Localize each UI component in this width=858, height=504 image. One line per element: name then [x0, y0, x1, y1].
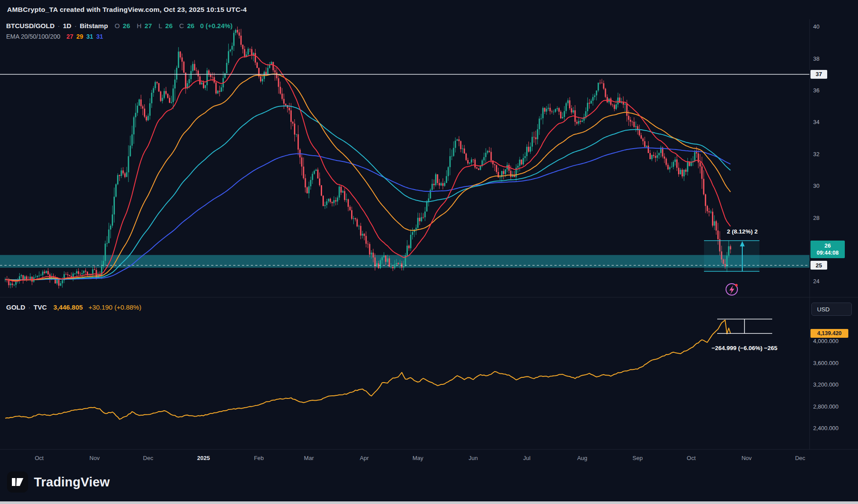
price-tick[interactable]: 4,000.000 [813, 338, 839, 344]
open-label: O [114, 21, 120, 31]
high-value: 27 [145, 21, 152, 31]
time-tick[interactable]: Oct [687, 455, 696, 461]
price-tick[interactable]: 40 [813, 23, 819, 30]
price-tick[interactable]: 38 [813, 55, 819, 62]
symbol-name[interactable]: BTCUSD/GOLD [6, 21, 55, 31]
price-tick[interactable]: 34 [813, 119, 819, 125]
price-tick[interactable]: 30 [813, 183, 819, 189]
gold-last-price-badge: 4,139.420 [810, 329, 848, 338]
time-tick[interactable]: May [412, 455, 423, 461]
gold-price-value: 3,446.805 [53, 303, 83, 312]
gold-pane-legend: GOLD · TVC 3,446.805 +30.190 (+0.88%) [6, 303, 141, 312]
time-tick[interactable]: Dec [795, 455, 805, 461]
header: AMBCrypto_TA created with TradingView.co… [0, 0, 858, 19]
price-tick[interactable]: 2,400.000 [813, 425, 839, 431]
ema-value: 31 [86, 33, 93, 40]
price-tick[interactable]: 24 [813, 278, 819, 285]
ema-value: 31 [96, 33, 103, 40]
open-value: 26 [123, 21, 130, 31]
header-title: AMBCrypto_TA created with TradingView.co… [7, 6, 247, 14]
tradingview-logo-icon[interactable] [7, 471, 28, 493]
price-range-label-btc: 2 (8.12%) 2 [727, 228, 758, 235]
currency-usd-label: USD [817, 306, 830, 313]
price-tick[interactable]: 36 [813, 87, 819, 94]
price-tick[interactable]: 3,600.000 [813, 359, 839, 366]
time-tick[interactable]: Mar [304, 455, 314, 461]
time-tick[interactable]: Dec [143, 455, 153, 461]
symbol-row[interactable]: BTCUSD/GOLD · 1D · Bitstamp O 26 H 27 L … [6, 21, 233, 31]
low-value: 26 [165, 21, 173, 31]
ema-value: 29 [77, 33, 84, 40]
price-tick[interactable]: 32 [813, 150, 819, 157]
gold-last-price-text: 4,139.420 [817, 330, 842, 336]
gold-symbol-row[interactable]: GOLD · TVC 3,446.805 +30.190 (+0.88%) [6, 303, 141, 312]
price-tick[interactable]: 3,200.000 [813, 381, 839, 388]
exchange-label: Bitstamp [80, 21, 108, 31]
time-tick[interactable]: Nov [89, 455, 99, 461]
price-range-label-gold: −264.999 (−6.06%) −265 [711, 345, 777, 351]
gold-symbol-name[interactable]: GOLD [6, 303, 25, 312]
time-tick[interactable]: Aug [577, 455, 587, 461]
hline-price-text: 37 [816, 71, 822, 77]
window-bottom-edge [0, 501, 858, 504]
price-badge-hline: 37 [810, 70, 827, 79]
ema-values: 27293131 [63, 32, 103, 41]
close-label: C [179, 21, 184, 31]
time-tick[interactable]: Oct [35, 455, 44, 461]
ema-indicator-row[interactable]: EMA 20/50/100/200 27293131 [6, 32, 233, 41]
main-pane-legend: BTCUSD/GOLD · 1D · Bitstamp O 26 H 27 L … [6, 21, 233, 41]
price-tick[interactable]: 28 [813, 214, 819, 221]
time-tick[interactable]: Sep [633, 455, 643, 461]
bar-countdown-text: 09:44:08 [817, 249, 839, 256]
close-value: 26 [187, 21, 194, 31]
ema-label: EMA 20/50/100/200 [6, 32, 60, 41]
ema-value: 27 [66, 33, 73, 40]
last-price-countdown-badge: 26 09:44:08 [810, 241, 845, 258]
tradingview-published-chart: AMBCrypto_TA created with TradingView.co… [0, 0, 858, 504]
time-tick[interactable]: Nov [741, 455, 752, 461]
tradingview-wordmark[interactable]: TradingView [34, 475, 110, 489]
footer: TradingView [7, 471, 110, 493]
low-label: L [158, 21, 162, 31]
time-tick[interactable]: Jul [523, 455, 531, 461]
change-value: 0 (+0.24%) [200, 21, 233, 31]
time-tick[interactable]: Apr [360, 455, 369, 461]
gold-change-value: +30.190 (+0.88%) [88, 303, 141, 312]
dashed-price-text: 25 [816, 262, 822, 269]
separator-dot: · [74, 21, 77, 31]
time-tick[interactable]: Jun [469, 455, 478, 461]
interval-label[interactable]: 1D [63, 21, 71, 31]
separator-dot: · [28, 303, 30, 312]
chart-canvas[interactable] [0, 0, 858, 504]
high-label: H [137, 21, 142, 31]
price-badge-dashed: 25 [810, 261, 827, 270]
separator-dot: · [58, 21, 60, 31]
last-price-text: 26 [825, 242, 831, 250]
time-tick[interactable]: 2025 [197, 455, 210, 461]
price-tick[interactable]: 2,800.000 [813, 403, 839, 409]
time-tick[interactable]: Feb [254, 455, 264, 461]
gold-exchange-label: TVC [33, 303, 47, 312]
currency-usd-button[interactable]: USD [811, 303, 852, 316]
